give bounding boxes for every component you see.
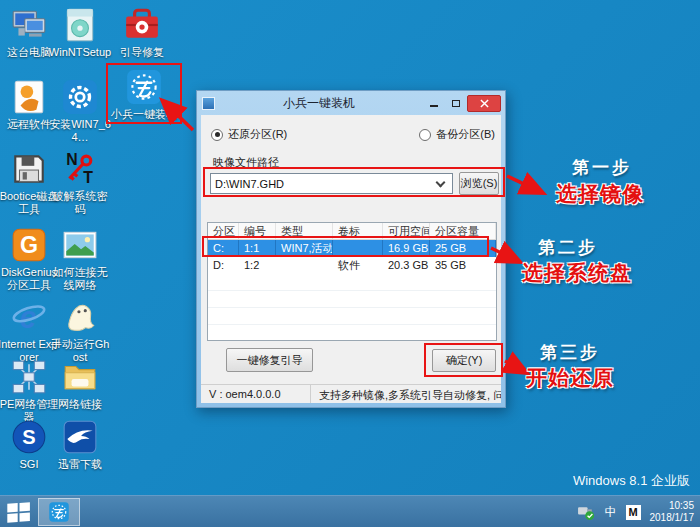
computer-icon <box>10 6 48 44</box>
remote-software-icon <box>10 78 48 116</box>
clock-date: 2018/1/17 <box>650 512 695 525</box>
toolbox-icon <box>123 6 161 44</box>
taskbar-clock[interactable]: 10:35 2018/1/17 <box>650 500 695 525</box>
desktop-icon-winntsetup[interactable]: WinNTSetup <box>48 6 112 59</box>
version-text: V : oem4.0.0.0 <box>201 385 311 403</box>
ime-language-indicator[interactable]: 中 <box>605 504 617 521</box>
system-tray: 中 M 10:35 2018/1/17 <box>577 496 695 527</box>
maximize-icon <box>452 100 460 107</box>
maximize-button[interactable] <box>445 95 467 112</box>
step2-label: 第二步 <box>538 236 598 259</box>
restore-partition-radio[interactable]: 还原分区(R) <box>211 127 287 142</box>
cell-number: 1:1 <box>239 240 276 257</box>
arrow-step3 <box>505 361 525 372</box>
desktop-icon-thunder[interactable]: 迅雷下载 <box>48 418 112 471</box>
dialog-titlebar[interactable]: 小兵一键装机 <box>197 91 505 115</box>
close-button[interactable] <box>467 95 501 112</box>
svg-text:N: N <box>66 151 77 168</box>
dialog-statusbar: V : oem4.0.0.0 支持多种镜像,多系统引导自动修复, 问题反馈QQ群… <box>201 384 501 403</box>
cell-capacity: 25 GB <box>430 240 496 257</box>
desktop-icon-boot-repair[interactable]: 引导修复 <box>110 6 174 59</box>
os-watermark: Windows 8.1 企业版 <box>573 472 690 490</box>
taskbar-installer-app[interactable] <box>38 498 80 526</box>
windows-logo-icon <box>6 500 32 523</box>
sgi-icon: S <box>10 418 48 456</box>
svg-text:e: e <box>19 300 36 334</box>
gear-icon <box>61 78 99 116</box>
image-path-label: 映像文件路径 <box>213 155 279 170</box>
package-icon <box>61 6 99 44</box>
radio-unchecked-icon <box>419 129 431 141</box>
dialog-body: 还原分区(R) 备份分区(B) 映像文件路径 D:\WIN7.GHD 浏览(S)… <box>201 115 501 403</box>
step3-action: 开始还原 <box>526 364 614 392</box>
status-info-text: 支持多种镜像,多系统引导自动修复, 问题反馈QQ群:606616468 <box>311 385 501 403</box>
close-icon <box>480 99 489 108</box>
fix-boot-button[interactable]: 一键修复引导 <box>226 348 313 372</box>
col-header-number[interactable]: 编号 <box>239 223 276 239</box>
desktop-icon-network-links[interactable]: 网络链接 <box>48 358 112 411</box>
browse-button[interactable]: 浏览(S) <box>459 172 499 195</box>
cell-capacity: 35 GB <box>430 257 496 274</box>
desktop-icon-ghost[interactable]: 手动运行Ghost <box>48 298 112 364</box>
cell-partition: D: <box>208 257 239 274</box>
installer-app-icon <box>48 501 70 523</box>
col-header-type[interactable]: 类型 <box>276 223 333 239</box>
step1-action: 选择镜像 <box>556 180 644 208</box>
step2-action: 选择系统盘 <box>522 259 632 287</box>
desktop-icon-password-crack[interactable]: N T 破解系统密码 <box>48 150 112 216</box>
ime-mode-icon[interactable]: M <box>626 505 641 520</box>
col-header-label[interactable]: 卷标 <box>333 223 383 239</box>
ghost-icon <box>61 298 99 336</box>
minimize-button[interactable] <box>423 95 445 112</box>
dialog-app-icon <box>202 97 215 110</box>
image-path-combobox[interactable]: D:\WIN7.GHD <box>210 173 453 194</box>
desktop-icon-install-win7[interactable]: 安装WIN7_64… <box>48 78 112 144</box>
col-header-capacity[interactable]: 分区容量 <box>430 223 496 239</box>
backup-partition-radio[interactable]: 备份分区(B) <box>419 127 495 142</box>
table-header-row: 分区 编号 类型 卷标 可用空间 分区容量 <box>208 223 496 240</box>
step3-label: 第三步 <box>540 341 600 364</box>
desktop-icon-wifi-help[interactable]: 如何连接无线网络 <box>48 226 112 292</box>
cell-partition: C: <box>208 240 239 257</box>
table-empty-area <box>208 274 496 340</box>
cell-type: WIN7,活动 <box>276 240 333 257</box>
cell-label: 软件 <box>333 257 383 274</box>
taskbar: 中 M 10:35 2018/1/17 <box>0 495 700 527</box>
col-header-free-space[interactable]: 可用空间 <box>383 223 430 239</box>
cell-free-space: 20.3 GB <box>383 257 430 274</box>
cell-label <box>333 240 383 257</box>
svg-text:G: G <box>20 232 38 258</box>
minimize-icon <box>430 105 438 107</box>
photo-icon <box>61 226 99 264</box>
partition-row-c[interactable]: C: 1:1 WIN7,活动 16.9 GB 25 GB <box>208 240 496 257</box>
dialog-title: 小兵一键装机 <box>215 95 423 112</box>
partition-row-d[interactable]: D: 1:2 软件 20.3 GB 35 GB <box>208 257 496 274</box>
image-path-value: D:\WIN7.GHD <box>211 178 437 190</box>
nt-key-icon: N T <box>61 150 99 188</box>
restore-radio-label: 还原分区(R) <box>228 127 287 142</box>
arrow-step1 <box>507 176 541 192</box>
thunder-bird-icon <box>61 418 99 456</box>
cell-free-space: 16.9 GB <box>383 240 430 257</box>
partition-table: 分区 编号 类型 卷标 可用空间 分区容量 C: 1:1 WIN7,活动 16.… <box>207 222 497 341</box>
ok-button[interactable]: 确定(Y) <box>432 349 496 372</box>
svg-text:S: S <box>22 426 35 448</box>
desktop-icon-installer[interactable]: 小兵一键装机 <box>108 68 180 121</box>
installer-app-icon <box>125 68 163 106</box>
desktop: 这台电脑 WinNTSetup 引导修复 远程软件 <box>0 0 700 527</box>
clock-time: 10:35 <box>650 500 695 513</box>
step1-label: 第一步 <box>572 156 632 179</box>
cell-type <box>276 257 333 274</box>
network-nodes-icon <box>10 358 48 396</box>
installer-dialog: 小兵一键装机 还原分区(R) 备份分区(B) 映像文件路径 D:\WIN7.GH… <box>196 90 506 408</box>
svg-text:T: T <box>83 169 93 186</box>
cell-number: 1:2 <box>239 257 276 274</box>
chevron-down-icon <box>436 177 446 187</box>
col-header-partition[interactable]: 分区 <box>208 223 239 239</box>
start-button[interactable] <box>6 500 32 524</box>
usb-eject-icon[interactable] <box>577 504 596 521</box>
diskgenius-icon: G <box>10 226 48 264</box>
backup-radio-label: 备份分区(B) <box>436 127 495 142</box>
internet-explorer-icon: e <box>10 298 48 336</box>
folder-icon <box>61 358 99 396</box>
